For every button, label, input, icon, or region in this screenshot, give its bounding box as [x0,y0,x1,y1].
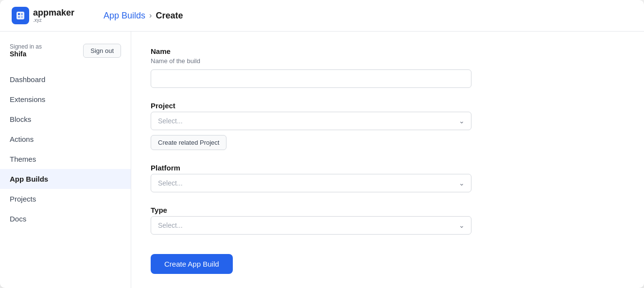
user-name: Shifa [10,50,42,58]
breadcrumb-current: Create [156,11,183,21]
sidebar-item-blocks[interactable]: Blocks [0,109,131,129]
user-info: Signed in as Shifa [10,43,42,58]
header: appmaker .xyz App Builds › Create [0,0,644,32]
create-app-build-button[interactable]: Create App Build [151,254,233,274]
type-label: Type [151,206,471,214]
svg-rect-0 [17,12,24,19]
breadcrumb-link[interactable]: App Builds [104,11,145,21]
main-content: Name Name of the build Project Select...… [131,32,644,288]
name-field-group: Name Name of the build [151,47,471,88]
logo-icon [12,7,29,24]
svg-rect-2 [21,13,23,15]
sidebar-item-themes[interactable]: Themes [0,149,131,169]
sidebar-item-dashboard[interactable]: Dashboard [0,69,131,89]
svg-rect-3 [18,16,20,18]
breadcrumb: App Builds › Create [104,11,183,21]
project-select[interactable]: Select... [151,112,471,130]
svg-rect-4 [21,16,23,18]
project-field-group: Project Select... ⌄ Create related Proje… [151,102,471,150]
sidebar-item-actions[interactable]: Actions [0,129,131,149]
signed-in-as-label: Signed in as [10,43,42,50]
logo-text: appmaker .xyz [33,8,74,23]
platform-select[interactable]: Select... [151,174,471,192]
type-field-group: Type Select... ⌄ [151,206,471,235]
project-label: Project [151,102,471,110]
platform-label: Platform [151,164,471,172]
name-input[interactable] [151,69,471,88]
type-select[interactable]: Select... [151,216,471,235]
create-related-project-button[interactable]: Create related Project [151,135,226,150]
logo-name: appmaker [33,8,74,18]
type-select-wrapper: Select... ⌄ [151,216,471,235]
svg-rect-1 [18,13,20,15]
name-hint: Name of the build [151,57,471,65]
platform-select-wrapper: Select... ⌄ [151,174,471,192]
sidebar: Signed in as Shifa Sign out Dashboard Ex… [0,32,131,288]
main-layout: Signed in as Shifa Sign out Dashboard Ex… [0,32,644,288]
app-window: appmaker .xyz App Builds › Create Signed… [0,0,644,288]
sidebar-item-extensions[interactable]: Extensions [0,89,131,109]
nav-menu: Dashboard Extensions Blocks Actions Them… [0,68,131,231]
sidebar-item-app-builds[interactable]: App Builds [0,169,131,189]
platform-field-group: Platform Select... ⌄ [151,164,471,192]
create-form: Name Name of the build Project Select...… [151,47,471,274]
logo-area: appmaker .xyz [12,7,74,24]
logo-domain: .xyz [33,17,74,23]
breadcrumb-separator: › [149,11,152,20]
user-section: Signed in as Shifa Sign out [0,39,131,68]
sign-out-button[interactable]: Sign out [83,44,121,58]
sidebar-item-docs[interactable]: Docs [0,209,131,229]
project-select-wrapper: Select... ⌄ [151,112,471,130]
sidebar-item-projects[interactable]: Projects [0,189,131,209]
name-label: Name [151,47,471,55]
